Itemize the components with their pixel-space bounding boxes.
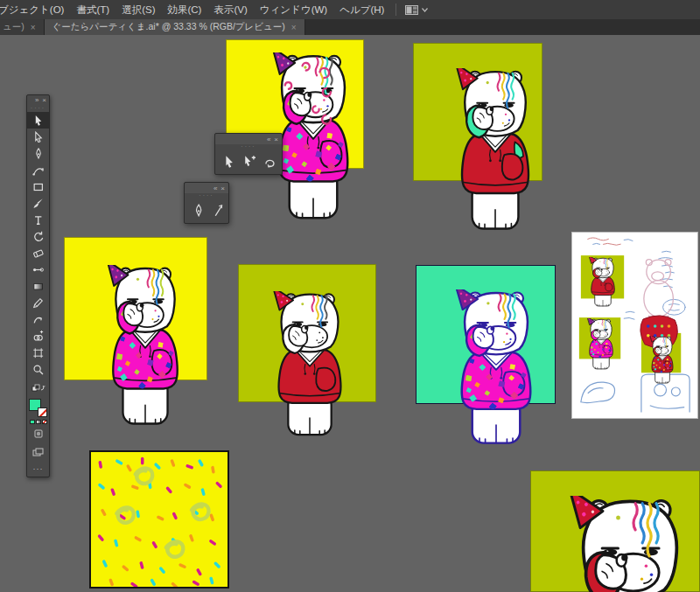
pencil-tool[interactable] — [27, 295, 49, 311]
rotate-icon — [32, 231, 44, 242]
bear-red-hoodie-bottom-clipped-clip[interactable] — [550, 496, 700, 592]
confetti-pattern[interactable] — [91, 452, 228, 587]
eraser-tool[interactable] — [27, 245, 49, 261]
menu-select[interactable]: 選択(S) — [117, 3, 163, 17]
more-tools-button[interactable]: ··· — [33, 463, 44, 473]
pen-icon — [32, 148, 44, 159]
screen-mode-button[interactable] — [32, 445, 44, 461]
pencil-icon — [32, 297, 44, 309]
mini-bear-red[interactable] — [584, 257, 621, 308]
curvature-tool[interactable] — [27, 162, 49, 178]
width-icon — [32, 264, 44, 275]
none-button[interactable] — [42, 420, 47, 424]
shape-builder-tool[interactable] — [27, 328, 49, 345]
group-selection-tool[interactable] — [262, 155, 276, 168]
artboard-sketches[interactable] — [571, 232, 698, 419]
pen-icon — [192, 204, 205, 217]
document-tab-active[interactable]: ぐーたらパーティくま.ai* @ 33.33 % (RGB/プレビュー) × — [45, 19, 305, 35]
mini-bear-red-confetti[interactable] — [646, 336, 679, 385]
workspace-switcher[interactable] — [405, 5, 428, 15]
panel-close-icon[interactable]: × — [274, 136, 278, 143]
mini-bear-magenta-pattern[interactable] — [583, 318, 620, 371]
tab-close-icon[interactable]: × — [31, 23, 36, 32]
width-tool[interactable] — [27, 261, 49, 278]
twirl-tool[interactable] — [27, 311, 49, 328]
arrow-plus-icon — [242, 155, 256, 168]
selection-tool[interactable] — [222, 155, 235, 168]
tools-panel[interactable]: » × ···· — [26, 94, 50, 477]
panel-drag-handle[interactable]: ···· — [185, 193, 228, 199]
panel-drag-handle[interactable]: ···· — [27, 106, 49, 112]
bear-red-hoodie-center-wrap[interactable] — [261, 291, 359, 440]
menu-effect[interactable]: 効果(C) — [163, 3, 209, 17]
eraser-icon — [32, 247, 44, 259]
tab-label: ぐーたらパーティくま.ai* @ 33.33 % (RGB/プレビュー) — [52, 21, 285, 33]
paintbrush-tool[interactable] — [27, 195, 49, 212]
anchor-point-tool[interactable] — [212, 204, 225, 217]
artboard-confetti[interactable] — [89, 450, 229, 589]
curvature-icon — [32, 164, 44, 176]
menu-bar: ブジェクト(O) 書式(T) 選択(S) 効果(C) 表示(V) ウィンドウ(W… — [0, 0, 700, 19]
panel-collapse-icon[interactable]: « — [214, 185, 217, 192]
artboard-tool[interactable] — [27, 345, 49, 361]
rectangle-tool[interactable] — [27, 178, 49, 195]
arrow-filled-icon — [32, 115, 44, 126]
twirl-icon — [32, 314, 44, 325]
menu-help[interactable]: ヘルプ(H) — [335, 3, 392, 17]
mini-bear-red[interactable] — [584, 257, 621, 308]
menu-window[interactable]: ウィンドウ(W) — [256, 3, 335, 17]
mini-bear-magenta-pattern[interactable] — [583, 318, 620, 371]
document-canvas[interactable] — [0, 35, 700, 592]
gradient-tool[interactable] — [27, 278, 49, 295]
swap-fill-stroke-icon[interactable] — [32, 380, 46, 396]
bear-red-hoodie-green-sleeves[interactable] — [443, 68, 548, 234]
pen-tools-panel[interactable]: « × ···· — [184, 182, 229, 224]
document-tab-inactive[interactable]: ュー) × — [0, 19, 45, 35]
type-tool[interactable] — [27, 212, 49, 228]
workspace-grid-icon — [405, 5, 418, 15]
group-select-icon — [262, 155, 276, 168]
direct-selection-plus-tool[interactable] — [242, 155, 256, 168]
bear-red-hoodie-bottom-clipped[interactable] — [550, 496, 700, 592]
draw-mode-button[interactable] — [33, 427, 44, 442]
bear-party-pattern-selected[interactable] — [442, 289, 550, 449]
bear-party-pattern-left[interactable] — [94, 265, 196, 429]
tab-close-icon[interactable]: × — [291, 23, 297, 32]
panel-collapse-icon[interactable]: » — [35, 96, 38, 105]
panel-close-icon[interactable]: × — [220, 185, 225, 192]
mini-bear-red-confetti[interactable] — [646, 336, 679, 385]
pen-tool[interactable] — [192, 204, 205, 217]
anchor-icon — [212, 204, 225, 217]
bear-party-pattern-left-wrap[interactable] — [94, 265, 196, 429]
artboard-icon — [32, 347, 44, 359]
panel-drag-handle[interactable]: ···· — [215, 144, 282, 150]
tab-label: ュー) — [3, 21, 24, 33]
pen-tool[interactable] — [27, 145, 49, 162]
menu-view[interactable]: 表示(V) — [209, 3, 255, 17]
direct-selection-tool[interactable] — [27, 129, 49, 145]
rect-icon — [32, 181, 44, 192]
stroke-color-swatch[interactable] — [38, 407, 47, 417]
rotate-tool[interactable] — [27, 228, 49, 245]
panel-collapse-icon[interactable]: « — [267, 136, 270, 143]
selection-tools-panel[interactable]: « × ···· — [214, 133, 283, 175]
gradient-icon — [32, 281, 44, 292]
bear-red-hoodie-center[interactable] — [261, 291, 359, 440]
color-button[interactable] — [30, 420, 35, 424]
panel-close-icon[interactable]: × — [42, 96, 46, 105]
document-tab-bar: ュー) × ぐーたらパーティくま.ai* @ 33.33 % (RGB/プレビュ… — [0, 19, 700, 35]
zoom-icon — [32, 364, 44, 375]
zoom-tool[interactable] — [27, 361, 49, 378]
type-icon — [32, 214, 44, 226]
menu-object[interactable]: ブジェクト(O) — [0, 3, 72, 17]
bear-party-pattern-selected-wrap[interactable] — [442, 289, 550, 449]
bear-red-hoodie-green-sleeves-wrap[interactable] — [443, 68, 548, 234]
gradient-button[interactable] — [36, 420, 41, 424]
arrow-hollow-icon — [32, 131, 44, 143]
selection-tool[interactable] — [27, 112, 49, 129]
color-type-buttons[interactable] — [30, 420, 47, 424]
brush-icon — [32, 198, 44, 209]
shapebuilder-icon — [32, 331, 44, 342]
menu-type[interactable]: 書式(T) — [72, 3, 117, 17]
arrow-filled-icon — [222, 155, 235, 168]
